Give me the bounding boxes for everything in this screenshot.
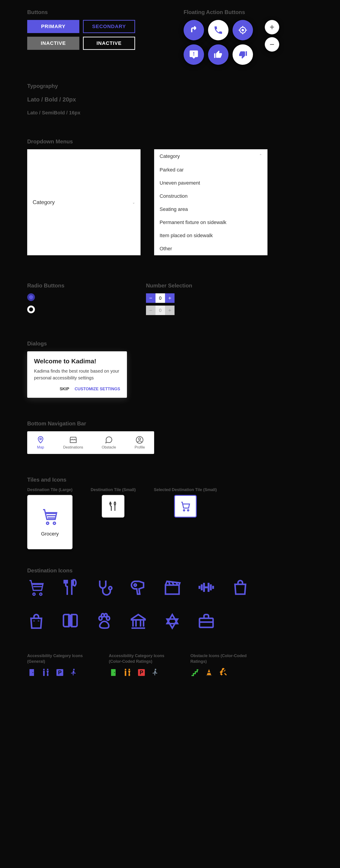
svg-point-36 bbox=[155, 669, 157, 671]
destination-tile-small[interactable] bbox=[102, 495, 124, 518]
inactive-button-filled: INACTIVE bbox=[27, 37, 79, 50]
zoom-in-fab[interactable]: + bbox=[265, 20, 279, 34]
dropdown-item[interactable]: Permanent fixture on sidewalk bbox=[154, 216, 267, 229]
svg-rect-37 bbox=[207, 672, 210, 673]
bottom-navigation: Map Destinations Obstacle Profile bbox=[27, 431, 154, 454]
skip-button[interactable]: SKIP bbox=[60, 387, 69, 392]
customize-settings-button[interactable]: CUSTOMIZE SETTINGS bbox=[75, 387, 120, 392]
dialog-body: Kadima finds the best route based on you… bbox=[34, 368, 120, 381]
cart-icon bbox=[41, 507, 59, 526]
svg-point-12 bbox=[188, 510, 189, 511]
tile-large-label: Destination Tile (Large) bbox=[27, 488, 73, 492]
chevron-up-icon: ⌃ bbox=[259, 153, 262, 159]
svg-point-13 bbox=[33, 593, 35, 595]
radio-unselected[interactable] bbox=[27, 306, 35, 313]
dialogs-heading: Dialogs bbox=[27, 340, 313, 347]
svg-point-33 bbox=[129, 669, 130, 671]
arrow-turn-icon bbox=[189, 25, 199, 35]
dropdown-open-header[interactable]: Category ⌃ bbox=[154, 149, 267, 163]
svg-point-10 bbox=[53, 522, 56, 524]
dropdown-item[interactable]: Uneven pavement bbox=[154, 177, 267, 190]
thumbs-up-fab[interactable] bbox=[208, 44, 228, 65]
cone-icon bbox=[204, 668, 214, 677]
dropdown-item[interactable]: Construction bbox=[154, 190, 267, 203]
radio-heading: Radio Buttons bbox=[27, 282, 64, 289]
svg-point-24 bbox=[32, 672, 33, 673]
svg-rect-22 bbox=[199, 618, 213, 627]
nav-destinations[interactable]: Destinations bbox=[63, 436, 83, 450]
stethoscope-icon bbox=[95, 578, 113, 596]
chat-icon bbox=[105, 436, 113, 444]
destination-tile-selected[interactable] bbox=[174, 495, 197, 518]
nav-label: Obstacle bbox=[102, 445, 116, 450]
bottomnav-heading: Bottom Navigation Bar bbox=[27, 421, 313, 427]
tile-selected-label: Selected Destination Tile (Small) bbox=[154, 488, 217, 492]
dropdown-closed[interactable]: Category ⌄ bbox=[27, 149, 141, 255]
svg-point-1 bbox=[242, 29, 244, 31]
svg-point-21 bbox=[105, 614, 107, 617]
svg-point-26 bbox=[47, 669, 49, 671]
book-icon bbox=[61, 612, 79, 630]
door-icon bbox=[109, 668, 118, 677]
dropdown-item[interactable]: Item placed on sidewalk bbox=[154, 229, 267, 242]
fabs-heading: Floating Action Buttons bbox=[183, 9, 313, 16]
acc-color-heading: Accessibility Category Icons (Color-Code… bbox=[109, 653, 168, 664]
report-fab[interactable] bbox=[183, 44, 204, 65]
dropdown-item[interactable]: Other bbox=[154, 242, 267, 255]
decrement-button[interactable]: − bbox=[146, 293, 155, 303]
plus-icon: + bbox=[270, 23, 274, 32]
tools-icon bbox=[219, 668, 228, 677]
nav-label: Map bbox=[37, 445, 44, 450]
nav-obstacle[interactable]: Obstacle bbox=[102, 436, 116, 450]
zoom-out-fab[interactable]: − bbox=[265, 37, 279, 52]
briefcase-icon bbox=[197, 612, 215, 630]
shopping-bag-icon bbox=[231, 578, 249, 596]
nav-profile[interactable]: Profile bbox=[135, 436, 145, 450]
radio-selected[interactable] bbox=[27, 293, 35, 301]
thumbs-up-icon bbox=[213, 50, 223, 60]
paw-icon bbox=[95, 612, 113, 630]
number-selection-inactive: − 0 + bbox=[146, 306, 192, 315]
utensils-icon bbox=[61, 578, 79, 596]
nav-map[interactable]: Map bbox=[36, 436, 45, 450]
thumbs-down-fab[interactable] bbox=[232, 44, 253, 65]
clapperboard-icon bbox=[163, 578, 181, 596]
typography-sample-16: Lato / SemiBold / 16px bbox=[27, 110, 313, 116]
destination-tile-large[interactable]: Grocery bbox=[27, 495, 73, 549]
svg-point-16 bbox=[134, 584, 137, 586]
accessible-icon bbox=[69, 668, 79, 677]
chat-alert-icon bbox=[189, 50, 199, 60]
dropdown-item[interactable]: Parked car bbox=[154, 163, 267, 177]
primary-button[interactable]: PRIMARY bbox=[27, 20, 79, 33]
svg-rect-23 bbox=[29, 669, 34, 676]
parking-icon: P bbox=[137, 668, 146, 677]
cart-icon bbox=[180, 501, 191, 512]
svg-rect-38 bbox=[206, 675, 212, 676]
tiles-heading: Tiles and Icons bbox=[27, 476, 313, 483]
chevron-down-icon: ⌄ bbox=[132, 200, 135, 205]
restroom-icon bbox=[123, 668, 132, 677]
increment-button-disabled: + bbox=[165, 306, 174, 315]
utensils-icon bbox=[108, 501, 118, 512]
locate-fab[interactable] bbox=[232, 20, 253, 40]
call-fab[interactable] bbox=[208, 20, 228, 40]
thumbs-down-icon bbox=[238, 50, 248, 60]
secondary-button[interactable]: SECONDARY bbox=[83, 20, 135, 33]
number-value: 0 bbox=[155, 293, 165, 303]
phone-icon bbox=[213, 25, 223, 35]
dropdown-item[interactable]: Seating area bbox=[154, 203, 267, 216]
svg-point-11 bbox=[183, 510, 185, 511]
svg-point-8 bbox=[139, 438, 141, 440]
minus-icon: − bbox=[270, 40, 274, 49]
accessible-icon bbox=[151, 668, 160, 677]
increment-button[interactable]: + bbox=[165, 293, 174, 303]
directions-fab[interactable] bbox=[183, 20, 204, 40]
dumbbell-icon bbox=[197, 578, 215, 596]
dest-icons-heading: Destination Icons bbox=[27, 567, 313, 574]
svg-point-25 bbox=[43, 669, 45, 671]
svg-rect-17 bbox=[166, 585, 179, 594]
tile-small-label: Destination Tile (Small) bbox=[91, 488, 136, 492]
parking-icon: P bbox=[55, 668, 64, 677]
typography-heading: Typography bbox=[27, 83, 313, 89]
decrement-button-disabled: − bbox=[146, 306, 155, 315]
